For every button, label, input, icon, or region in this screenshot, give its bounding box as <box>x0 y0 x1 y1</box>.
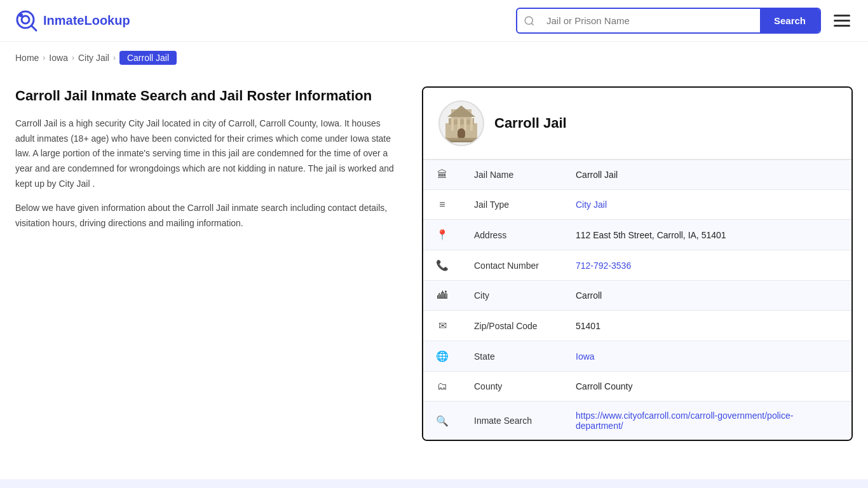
row-label: City <box>461 281 563 311</box>
page-desc-1: Carroll Jail is a high security City Jai… <box>15 116 397 192</box>
svg-rect-10 <box>451 118 454 131</box>
svg-rect-12 <box>464 118 466 131</box>
row-value: 112 East 5th Street, Carroll, IA, 51401 <box>563 220 851 250</box>
hamburger-menu[interactable] <box>831 12 853 29</box>
logo[interactable]: InmateLookup <box>15 10 130 32</box>
row-value: 51401 <box>563 311 851 341</box>
row-label: State <box>461 341 563 372</box>
chevron-icon-3: › <box>113 53 116 62</box>
zip-icon: ✉ <box>423 311 461 341</box>
table-row: 🌐StateIowa <box>423 341 851 372</box>
table-row: 🏛Jail NameCarroll Jail <box>423 160 851 190</box>
row-label: Jail Name <box>461 160 563 190</box>
page-heading: Carroll Jail Inmate Search and Jail Rost… <box>15 86 397 106</box>
row-value[interactable]: 712-792-3536 <box>563 250 851 281</box>
page-desc-2: Below we have given information about th… <box>15 201 397 231</box>
header-right: Search <box>516 8 853 34</box>
table-row: 🏙CityCarroll <box>423 281 851 311</box>
row-label: Address <box>461 220 563 250</box>
svg-rect-13 <box>470 118 473 131</box>
breadcrumb-state[interactable]: Iowa <box>49 53 68 63</box>
row-value: Carroll County <box>563 372 851 402</box>
row-value[interactable]: https://www.cityofcarroll.com/carroll-go… <box>563 402 851 440</box>
breadcrumb: Home › Iowa › City Jail › Carroll Jail <box>0 42 868 74</box>
chevron-icon-1: › <box>43 53 45 62</box>
table-row: 📍Address112 East 5th Street, Carroll, IA… <box>423 220 851 250</box>
footer-band <box>0 479 868 488</box>
row-label: County <box>461 372 563 402</box>
svg-point-1 <box>22 16 29 24</box>
svg-rect-14 <box>458 128 465 139</box>
search-bar-icon <box>517 15 541 27</box>
row-value[interactable]: Iowa <box>563 341 851 372</box>
row-value[interactable]: City Jail <box>563 190 851 220</box>
row-value-link[interactable]: Iowa <box>576 351 595 362</box>
table-row: 🔍Inmate Searchhttps://www.cityofcarroll.… <box>423 402 851 440</box>
phone-icon: 📞 <box>423 250 461 281</box>
row-label: Jail Type <box>461 190 563 220</box>
header: InmateLookup Search <box>0 0 868 42</box>
svg-point-4 <box>525 17 532 24</box>
row-value-link[interactable]: https://www.cityofcarroll.com/carroll-go… <box>576 410 793 431</box>
main-content: Carroll Jail Inmate Search and Jail Rost… <box>0 74 868 466</box>
row-label: Inmate Search <box>461 402 563 440</box>
jail-avatar <box>438 100 484 146</box>
svg-line-5 <box>531 23 533 25</box>
search-button[interactable]: Search <box>760 9 820 32</box>
info-card: Carroll Jail 🏛Jail NameCarroll Jail≡Jail… <box>422 86 853 441</box>
chevron-icon-2: › <box>72 53 74 62</box>
logo-text: InmateLookup <box>43 13 130 28</box>
table-row: 📞Contact Number712-792-3536 <box>423 250 851 281</box>
search-bar: Search <box>516 8 821 34</box>
row-value-link[interactable]: 712-792-3536 <box>576 261 631 271</box>
county-icon: 🗂 <box>423 372 461 402</box>
info-card-title: Carroll Jail <box>494 115 567 132</box>
info-table: 🏛Jail NameCarroll Jail≡Jail TypeCity Jai… <box>423 159 851 440</box>
table-row: ✉Zip/Postal Code51401 <box>423 311 851 341</box>
search-input[interactable] <box>541 9 760 32</box>
svg-rect-15 <box>444 138 478 140</box>
breadcrumb-home[interactable]: Home <box>15 53 39 63</box>
row-value-link[interactable]: City Jail <box>576 200 607 210</box>
breadcrumb-current: Carroll Jail <box>119 51 177 65</box>
search-icon: 🔍 <box>423 402 461 440</box>
right-panel: Carroll Jail 🏛Jail NameCarroll Jail≡Jail… <box>422 86 853 441</box>
row-value: Carroll Jail <box>563 160 851 190</box>
row-value: Carroll <box>563 281 851 311</box>
row-label: Zip/Postal Code <box>461 311 563 341</box>
table-row: 🗂CountyCarroll County <box>423 372 851 402</box>
svg-line-2 <box>32 26 36 30</box>
state-icon: 🌐 <box>423 341 461 372</box>
city-icon: 🏙 <box>423 281 461 311</box>
location-icon: 📍 <box>423 220 461 250</box>
row-label: Contact Number <box>461 250 563 281</box>
building-icon: 🏛 <box>423 160 461 190</box>
table-row: ≡Jail TypeCity Jail <box>423 190 851 220</box>
logo-icon <box>15 10 38 32</box>
left-panel: Carroll Jail Inmate Search and Jail Rost… <box>15 86 422 441</box>
info-card-header: Carroll Jail <box>423 88 851 159</box>
breadcrumb-category[interactable]: City Jail <box>78 53 109 63</box>
list-icon: ≡ <box>423 190 461 220</box>
svg-rect-16 <box>442 140 480 142</box>
svg-point-3 <box>19 13 23 17</box>
